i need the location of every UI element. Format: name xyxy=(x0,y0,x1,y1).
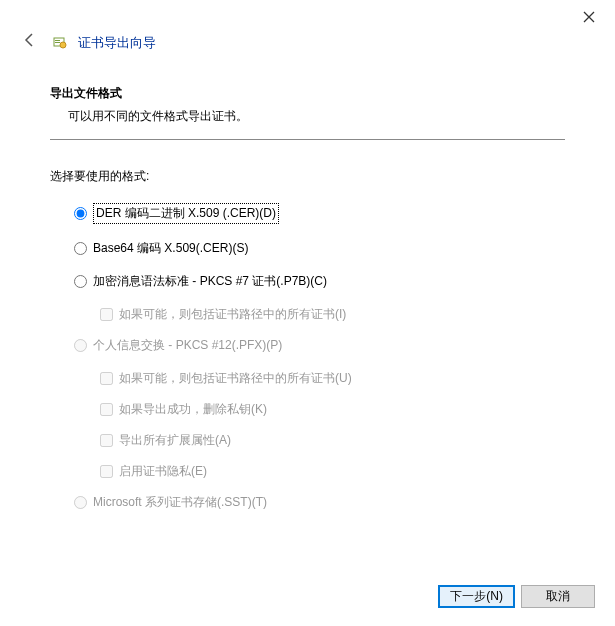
back-arrow-icon xyxy=(22,32,38,48)
label-pfx-priv: 启用证书隐私(E) xyxy=(119,463,207,480)
format-options: DER 编码二进制 X.509 (.CER)(D) Base64 编码 X.50… xyxy=(50,203,565,511)
option-pkcs7[interactable]: 加密消息语法标准 - PKCS #7 证书(.P7B)(C) xyxy=(74,273,565,290)
wizard-title: 证书导出向导 xyxy=(78,34,156,52)
label-pkcs7-include: 如果可能，则包括证书路径中的所有证书(I) xyxy=(119,306,346,323)
option-der[interactable]: DER 编码二进制 X.509 (.CER)(D) xyxy=(74,203,565,224)
radio-base64[interactable] xyxy=(74,242,87,255)
option-pkcs7-include: 如果可能，则包括证书路径中的所有证书(I) xyxy=(100,306,565,323)
option-pfx: 个人信息交换 - PKCS #12(.PFX)(P) xyxy=(74,337,565,354)
close-button[interactable] xyxy=(575,6,603,30)
radio-pfx xyxy=(74,339,87,352)
label-base64[interactable]: Base64 编码 X.509(.CER)(S) xyxy=(93,240,248,257)
radio-der[interactable] xyxy=(74,207,87,220)
radio-sst xyxy=(74,496,87,509)
option-base64[interactable]: Base64 编码 X.509(.CER)(S) xyxy=(74,240,565,257)
divider xyxy=(50,139,565,140)
label-pfx: 个人信息交换 - PKCS #12(.PFX)(P) xyxy=(93,337,282,354)
wizard-header: 证书导出向导 xyxy=(0,0,615,55)
label-pfx-delete: 如果导出成功，删除私钥(K) xyxy=(119,401,267,418)
label-pfx-include: 如果可能，则包括证书路径中的所有证书(U) xyxy=(119,370,352,387)
label-pfx-ext: 导出所有扩展属性(A) xyxy=(119,432,231,449)
checkbox-pfx-include xyxy=(100,372,113,385)
footer-buttons: 下一步(N) 取消 xyxy=(438,585,595,608)
option-sst: Microsoft 系列证书存储(.SST)(T) xyxy=(74,494,565,511)
option-pfx-delete: 如果导出成功，删除私钥(K) xyxy=(100,401,565,418)
back-button[interactable] xyxy=(18,30,42,55)
content-area: 导出文件格式 可以用不同的文件格式导出证书。 选择要使用的格式: DER 编码二… xyxy=(0,55,615,511)
next-button[interactable]: 下一步(N) xyxy=(438,585,515,608)
label-sst: Microsoft 系列证书存储(.SST)(T) xyxy=(93,494,267,511)
radio-pkcs7[interactable] xyxy=(74,275,87,288)
section-description: 可以用不同的文件格式导出证书。 xyxy=(50,108,565,125)
checkbox-pfx-priv xyxy=(100,465,113,478)
close-icon xyxy=(583,11,595,23)
certificate-icon xyxy=(52,35,68,51)
label-der[interactable]: DER 编码二进制 X.509 (.CER)(D) xyxy=(93,203,279,224)
option-pfx-include: 如果可能，则包括证书路径中的所有证书(U) xyxy=(100,370,565,387)
option-pfx-priv: 启用证书隐私(E) xyxy=(100,463,565,480)
svg-rect-2 xyxy=(55,42,60,43)
checkbox-pkcs7-include xyxy=(100,308,113,321)
section-title: 导出文件格式 xyxy=(50,85,565,102)
label-pkcs7[interactable]: 加密消息语法标准 - PKCS #7 证书(.P7B)(C) xyxy=(93,273,327,290)
checkbox-pfx-delete xyxy=(100,403,113,416)
svg-rect-1 xyxy=(55,40,60,41)
checkbox-pfx-ext xyxy=(100,434,113,447)
cancel-button[interactable]: 取消 xyxy=(521,585,595,608)
svg-point-3 xyxy=(60,42,66,48)
option-pfx-ext: 导出所有扩展属性(A) xyxy=(100,432,565,449)
format-prompt: 选择要使用的格式: xyxy=(50,168,565,185)
